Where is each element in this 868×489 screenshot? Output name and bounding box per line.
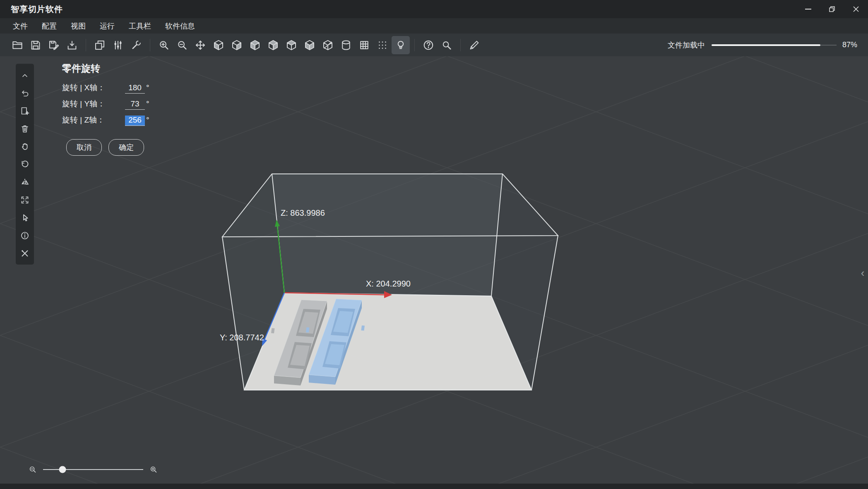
minimize-button[interactable] [796, 0, 820, 18]
inspect-button[interactable] [438, 36, 456, 54]
close-button[interactable] [844, 0, 868, 18]
zoom-out-small-button[interactable] [26, 463, 40, 477]
duplicate-button[interactable] [91, 36, 109, 54]
cage-icon [358, 39, 370, 51]
open-file-icon [11, 39, 24, 51]
view-iso-icon [322, 39, 334, 51]
point-cloud-button[interactable] [373, 36, 392, 54]
save-button[interactable] [26, 36, 45, 54]
annotate-button[interactable] [465, 36, 483, 54]
view-right-button[interactable] [264, 36, 282, 54]
toolbar-separator [150, 39, 150, 51]
add-model-icon [20, 106, 30, 116]
file-loading-progress: 文件加载中 87% [668, 40, 857, 50]
restore-icon [828, 5, 836, 13]
import-model-button[interactable] [63, 36, 81, 54]
menu-file[interactable]: 文件 [6, 19, 35, 34]
zoom-in-button[interactable] [155, 36, 173, 54]
zoom-slider-handle[interactable] [59, 466, 66, 473]
inspect-icon [440, 39, 453, 51]
toolbar-separator [86, 39, 86, 51]
menu-software-info[interactable]: 软件信息 [158, 19, 202, 34]
rotate-y-input[interactable]: 73 [125, 99, 145, 110]
undo-button[interactable] [17, 86, 32, 101]
select-button[interactable] [17, 210, 32, 225]
rotate-z-unit: ° [146, 116, 149, 125]
view-bottom-icon [303, 39, 316, 51]
progress-fill [712, 44, 820, 46]
toolbar-separator [414, 39, 415, 51]
rotate-y-label: 旋转 | Y轴： [62, 99, 125, 109]
save-as-icon [48, 39, 60, 51]
help-icon [422, 39, 435, 51]
point-cloud-icon [376, 39, 389, 51]
title-bar: 智享切片软件 [0, 0, 868, 18]
expand-icon [20, 195, 30, 205]
menu-toolbar[interactable]: 工具栏 [122, 19, 158, 34]
save-icon [29, 39, 42, 51]
repair-button[interactable] [127, 36, 145, 54]
undo-icon [20, 88, 30, 99]
view-iso-button[interactable] [319, 36, 337, 54]
model-info-button[interactable] [17, 228, 32, 243]
x-axis-label: X: 204.2990 [366, 279, 411, 288]
adjust-parameters-button[interactable] [109, 36, 127, 54]
fit-view-button[interactable] [17, 193, 32, 207]
zoom-in-small-button[interactable] [147, 463, 161, 477]
collapse-right-panel-button[interactable]: ‹ [858, 265, 867, 280]
delete-model-button[interactable] [17, 121, 32, 136]
view-left-button[interactable] [246, 36, 264, 54]
confirm-button[interactable]: 确定 [108, 139, 144, 156]
crossed-tools-icon [20, 248, 30, 259]
cancel-button[interactable]: 取消 [66, 139, 102, 156]
help-button[interactable] [419, 36, 438, 54]
cylinder-view-button[interactable] [337, 36, 355, 54]
maximize-button[interactable] [820, 0, 844, 18]
view-bottom-button[interactable] [301, 36, 319, 54]
view-top-button[interactable] [282, 36, 301, 54]
side-toolbar [16, 64, 34, 265]
view-top-icon [285, 39, 298, 51]
model-cage-button[interactable] [355, 36, 373, 54]
light-toggle-button[interactable] [392, 36, 410, 54]
rotate-y-unit: ° [146, 99, 149, 108]
zoom-out-button[interactable] [173, 36, 191, 54]
rotate-y-row: 旋转 | Y轴： 73 ° [62, 99, 199, 115]
rotate-view-button[interactable] [17, 157, 32, 172]
move-icon [194, 39, 207, 51]
rotation-panel: 零件旋转 旋转 | X轴： 180 ° 旋转 | Y轴： 73 ° 旋转 | Z… [62, 62, 199, 156]
zoom-slider[interactable] [43, 465, 143, 474]
z-axis-label: Z: 863.9986 [281, 208, 325, 217]
add-model-button[interactable] [17, 104, 32, 118]
collapse-side-toolbar-button[interactable] [17, 68, 32, 83]
window-controls [796, 0, 868, 18]
menu-config[interactable]: 配置 [35, 19, 64, 34]
mirror-button[interactable] [17, 175, 32, 190]
view-left-icon [249, 39, 261, 51]
chevron-up-icon [20, 70, 30, 81]
view-back-button[interactable] [228, 36, 246, 54]
move-button[interactable] [191, 36, 209, 54]
rotate-x-input[interactable]: 180 [125, 83, 145, 94]
open-file-button[interactable] [8, 36, 26, 54]
view-front-icon [212, 39, 225, 51]
rotate-z-input[interactable]: 256 [125, 116, 145, 126]
trash-icon [20, 123, 30, 134]
rotate-x-unit: ° [146, 83, 149, 92]
cylinder-icon [340, 39, 352, 51]
duplicate-icon [94, 39, 106, 51]
menu-run[interactable]: 运行 [93, 19, 122, 34]
rotate-x-label: 旋转 | X轴： [62, 82, 125, 93]
view-front-button[interactable] [209, 36, 228, 54]
import-model-icon [66, 39, 78, 51]
menu-view[interactable]: 视图 [64, 19, 93, 34]
magnifier-minus-icon [28, 465, 37, 475]
save-as-button[interactable] [45, 36, 63, 54]
rotate-z-label: 旋转 | Z轴： [62, 115, 125, 125]
app-window: 智享切片软件 文件 配置 视图 运行 工具栏 软件信息 [0, 0, 868, 489]
pan-button[interactable] [17, 139, 32, 154]
bottom-edge-strip [0, 484, 868, 489]
progress-label: 文件加载中 [668, 40, 705, 50]
repair-tools-button[interactable] [17, 246, 32, 261]
wrench-icon [130, 39, 142, 51]
